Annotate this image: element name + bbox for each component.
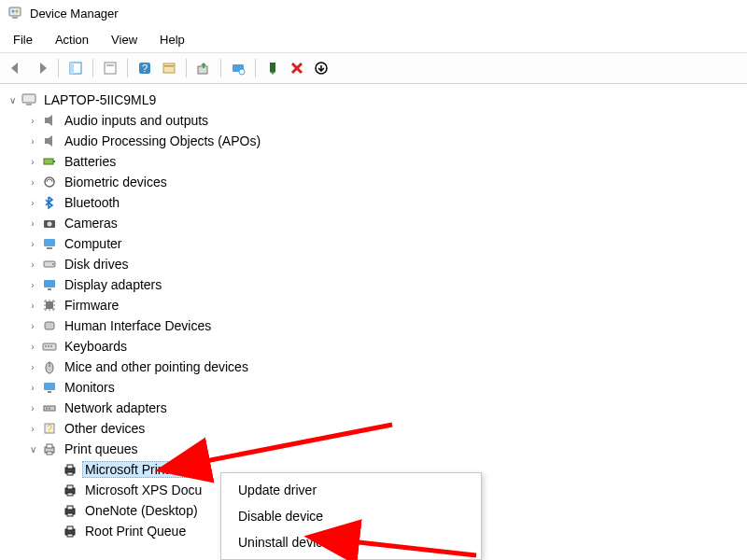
tree-category-disk-drives[interactable]: ›Disk drives — [2, 254, 745, 274]
expand-icon[interactable]: › — [26, 342, 39, 352]
category-label: Biometric devices — [62, 174, 170, 190]
expand-icon[interactable]: › — [26, 403, 39, 413]
disable-device-button[interactable] — [310, 57, 332, 79]
tree-category-human-interface-devices[interactable]: ›Human Interface Devices — [2, 315, 745, 336]
action-button[interactable] — [158, 57, 180, 79]
svg-rect-10 — [163, 63, 175, 73]
svg-rect-51 — [67, 465, 73, 469]
tree-category-monitors[interactable]: ›Monitors — [2, 377, 745, 398]
category-label: Mice and other pointing devices — [62, 358, 251, 375]
help-button[interactable]: ? — [134, 57, 156, 79]
toolbar: ? — [0, 52, 747, 84]
tree-root[interactable]: ∨ LAPTOP-5IIC9ML9 — [2, 90, 745, 110]
category-label: Audio Processing Objects (APOs) — [62, 133, 263, 149]
svg-rect-11 — [164, 65, 174, 67]
category-label: Cameras — [62, 215, 120, 231]
expand-icon[interactable]: › — [26, 321, 39, 331]
printer-icon — [62, 502, 78, 519]
svg-rect-40 — [44, 383, 55, 390]
expand-icon[interactable]: › — [26, 136, 39, 147]
svg-point-29 — [52, 263, 54, 265]
other-icon: ? — [41, 420, 58, 437]
device-label: Microsoft Print to PD — [82, 461, 207, 478]
bluetooth-icon — [41, 194, 58, 211]
svg-rect-52 — [67, 472, 73, 475]
update-driver-button[interactable] — [192, 57, 215, 79]
collapse-icon[interactable]: ∨ — [6, 95, 19, 105]
tree-category-display-adapters[interactable]: ›Display adapters — [2, 274, 745, 295]
context-disable-device[interactable]: Disable device — [221, 503, 481, 529]
show-hide-tree-button[interactable] — [64, 57, 87, 79]
printer-icon — [62, 482, 78, 498]
tree-category-other-devices[interactable]: ›?Other devices — [2, 418, 745, 439]
back-button[interactable] — [6, 57, 28, 79]
properties-button[interactable] — [99, 57, 121, 79]
category-label: Batteries — [62, 153, 119, 170]
expand-icon[interactable]: › — [26, 362, 39, 372]
expand-icon[interactable]: › — [26, 116, 39, 126]
device-label: Microsoft XPS Docu — [82, 482, 204, 498]
svg-rect-31 — [48, 288, 51, 290]
category-label: Human Interface Devices — [62, 317, 214, 334]
tree-category-audio-processing-objects-apos-[interactable]: ›Audio Processing Objects (APOs) — [2, 131, 745, 151]
expand-icon[interactable]: › — [26, 301, 39, 311]
tree-category-audio-inputs-and-outputs[interactable]: ›Audio inputs and outputs — [2, 110, 745, 131]
category-label: Print queues — [62, 441, 141, 457]
tree-category-firmware[interactable]: ›Firmware — [2, 295, 745, 315]
tree-category-batteries[interactable]: ›Batteries — [2, 151, 745, 172]
expand-icon[interactable]: › — [26, 177, 39, 188]
menu-help[interactable]: Help — [150, 29, 194, 50]
svg-rect-41 — [48, 391, 51, 393]
enable-device-button[interactable] — [261, 57, 284, 79]
category-label: Network adapters — [62, 399, 170, 416]
expand-icon[interactable]: › — [26, 259, 39, 270]
device-manager-icon — [7, 6, 22, 21]
menu-file[interactable]: File — [4, 29, 42, 50]
expand-icon[interactable]: › — [26, 280, 39, 290]
expand-icon[interactable]: › — [26, 383, 39, 393]
menu-action[interactable]: Action — [46, 29, 98, 50]
svg-rect-18 — [26, 104, 32, 105]
category-label: Monitors — [62, 379, 118, 396]
tree-category-keyboards[interactable]: ›Keyboards — [2, 336, 745, 357]
tree-category-biometric-devices[interactable]: ›Biometric devices — [2, 172, 745, 192]
svg-rect-54 — [67, 485, 73, 489]
expand-icon[interactable]: › — [26, 218, 39, 229]
collapse-icon[interactable]: ∨ — [26, 444, 39, 455]
svg-rect-19 — [45, 118, 49, 123]
svg-rect-17 — [22, 94, 35, 103]
menu-view[interactable]: View — [102, 29, 147, 50]
svg-point-25 — [48, 222, 52, 227]
expand-icon[interactable]: › — [26, 239, 39, 249]
uninstall-device-button[interactable] — [286, 57, 308, 79]
disk-icon — [41, 256, 58, 273]
tree-category-mice-and-other-pointing-devices[interactable]: ›Mice and other pointing devices — [2, 357, 745, 377]
tree-category-print-queues[interactable]: ∨ Print queues — [2, 439, 745, 459]
tree-category-network-adapters[interactable]: ›Network adapters — [2, 398, 745, 418]
tree-category-bluetooth[interactable]: ›Bluetooth — [2, 192, 745, 213]
svg-rect-20 — [45, 138, 49, 144]
svg-rect-36 — [48, 345, 49, 347]
expand-icon[interactable]: › — [26, 198, 39, 208]
expand-icon[interactable]: › — [26, 424, 39, 434]
context-update-driver[interactable]: Update driver — [221, 477, 481, 503]
svg-point-14 — [239, 69, 245, 75]
expand-icon[interactable]: › — [26, 157, 39, 167]
svg-rect-21 — [44, 159, 53, 164]
tree-category-computer[interactable]: ›Computer — [2, 233, 745, 254]
toolbar-separator — [127, 59, 128, 77]
scan-hardware-button[interactable] — [227, 57, 249, 79]
tree-category-cameras[interactable]: ›Cameras — [2, 213, 745, 233]
toolbar-separator — [255, 59, 256, 77]
camera-icon — [41, 215, 58, 231]
context-uninstall-device[interactable]: Uninstall device — [221, 529, 481, 555]
svg-rect-61 — [67, 534, 73, 537]
svg-rect-5 — [70, 63, 74, 74]
category-label: Firmware — [62, 297, 121, 314]
toolbar-separator — [92, 59, 93, 77]
speaker-icon — [41, 112, 58, 129]
forward-button[interactable] — [30, 57, 52, 79]
svg-rect-48 — [47, 444, 52, 448]
svg-text:?: ? — [142, 63, 148, 74]
keyboard-icon — [41, 338, 58, 355]
